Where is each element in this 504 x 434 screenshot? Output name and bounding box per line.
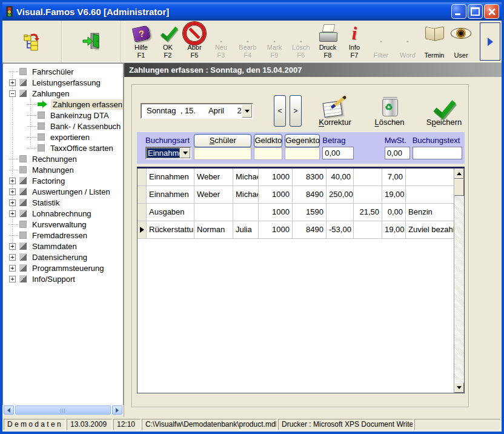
tree-item[interactable]: Programmsteuerung: [3, 262, 123, 273]
cell-betrag[interactable]: 250,00: [327, 186, 354, 203]
tree-item[interactable]: Info/Support: [3, 273, 123, 284]
geldkto-button[interactable]: Geldkto: [254, 134, 282, 147]
toolbar-button[interactable]: Bearb F4: [235, 23, 260, 61]
table-row[interactable]: Ausgaben 1000 1590 21,50 0,00 Benzin: [138, 204, 454, 221]
toolbar-button[interactable]: User: [448, 23, 474, 61]
tree-item[interactable]: Bank- / Kassenbuch: [3, 121, 123, 132]
cell-betrag-ausgabe[interactable]: [354, 221, 382, 238]
gegenkto-field[interactable]: [285, 147, 320, 160]
scrollbar-thumb[interactable]: [15, 406, 111, 415]
tree-expand-toggle[interactable]: [9, 243, 16, 250]
tree-item[interactable]: Datensicherung: [3, 252, 123, 262]
close-button[interactable]: [484, 4, 499, 19]
action-button[interactable]: Speichern: [418, 96, 470, 127]
tree-expand-toggle[interactable]: [9, 79, 16, 86]
cell-gegenkto[interactable]: 8300: [293, 169, 327, 185]
cell-nachname[interactable]: Weber: [194, 186, 233, 203]
cell-betrag[interactable]: -53,00: [327, 221, 354, 238]
tree-item[interactable]: Factoring: [3, 175, 123, 186]
table-row[interactable]: Einnahmen Weber Michael 1000 8300 40,00 …: [138, 169, 454, 186]
cell-buchungstext[interactable]: Zuviel bezahlt: [406, 221, 454, 238]
cell-gegenkto[interactable]: 8490: [293, 221, 327, 238]
toolbar-button[interactable]: Neu F3: [208, 23, 234, 61]
tree-expand-toggle[interactable]: [27, 101, 34, 108]
tree-item[interactable]: Fahrschüler: [3, 66, 123, 77]
cell-geldkto[interactable]: 1000: [259, 169, 293, 185]
cell-nachname[interactable]: Weber: [194, 169, 233, 185]
tree-item[interactable]: Zahlungen: [3, 88, 123, 99]
cell-buchungsart[interactable]: Einnahmen: [147, 186, 194, 203]
schueler-field[interactable]: [194, 147, 251, 160]
tree-expand-toggle[interactable]: [9, 232, 16, 239]
tree-expand-toggle[interactable]: [27, 134, 34, 141]
tree-item[interactable]: exportieren: [3, 132, 123, 142]
tree-expand-toggle[interactable]: [9, 199, 16, 206]
table-row[interactable]: Einnahmen Weber Michael 1000 8490 250,00…: [138, 186, 454, 204]
scroll-down-button[interactable]: [454, 382, 464, 393]
tree-item[interactable]: Fremdadressen: [3, 230, 123, 241]
tree-expand-toggle[interactable]: [9, 254, 16, 261]
maximize-button[interactable]: [468, 4, 483, 19]
cell-buchungsart[interactable]: Rückerstattung: [147, 221, 194, 238]
cell-vorname[interactable]: Julia: [233, 221, 259, 238]
schueler-button[interactable]: Schüler: [194, 134, 251, 147]
betrag-field[interactable]: [322, 147, 354, 159]
action-button[interactable]: Korrektur: [309, 96, 361, 127]
scroll-left-button[interactable]: [4, 406, 14, 415]
row-selector[interactable]: [138, 169, 147, 185]
cell-mwst[interactable]: 19,00: [382, 186, 406, 203]
tree-item[interactable]: Leistungserfassung: [3, 77, 123, 88]
cell-geldkto[interactable]: 1000: [259, 186, 293, 203]
action-button[interactable]: Löschen: [363, 96, 416, 127]
cell-geldkto[interactable]: 1000: [259, 204, 293, 221]
tree-expand-toggle[interactable]: [9, 90, 16, 97]
toolbar-button[interactable]: Termin: [422, 23, 447, 61]
cell-vorname[interactable]: Michael: [233, 169, 259, 185]
cell-nachname[interactable]: Norman: [194, 221, 233, 238]
toolbar-button[interactable]: Info F7: [342, 23, 367, 61]
buchungstext-field[interactable]: [413, 147, 462, 159]
buchungsart-select[interactable]: Einnahmen: [145, 147, 191, 159]
toolbar-button[interactable]: Hilfe F1: [128, 23, 154, 61]
date-picker[interactable]: Sonntag , 15. April 2007: [141, 103, 253, 119]
tree-item[interactable]: Mahnungen: [3, 164, 123, 175]
scroll-right-button[interactable]: [112, 406, 122, 415]
scrollbar-track[interactable]: [454, 196, 464, 382]
cell-mwst[interactable]: 0,00: [382, 204, 406, 221]
tree-item[interactable]: Auswertungen / Listen: [3, 186, 123, 197]
tree-expand-toggle[interactable]: [9, 210, 16, 217]
gegenkto-button[interactable]: Gegenkto: [285, 134, 320, 147]
cell-betrag[interactable]: [327, 204, 354, 221]
cell-mwst[interactable]: 19,00: [382, 221, 406, 238]
exit-button[interactable]: [62, 21, 121, 62]
toolbar-overflow-button[interactable]: [480, 22, 500, 61]
cell-vorname[interactable]: Michael: [233, 186, 259, 203]
tree-expand-toggle[interactable]: [27, 123, 34, 130]
next-day-button[interactable]: >: [290, 95, 302, 127]
cell-buchungsart[interactable]: Einnahmen: [147, 169, 194, 185]
toolbar-button[interactable]: Word: [395, 23, 420, 61]
tree-item[interactable]: Bankeinzug DTA: [3, 110, 123, 121]
tree-expand-toggle[interactable]: [9, 178, 16, 184]
row-selector[interactable]: [138, 221, 147, 238]
cell-vorname[interactable]: [233, 204, 259, 221]
tree-structure-button[interactable]: [2, 21, 62, 62]
toolbar-button[interactable]: Mark F9: [262, 23, 287, 61]
geldkto-field[interactable]: [254, 147, 282, 160]
cell-buchungstext[interactable]: [406, 186, 454, 203]
cell-nachname[interactable]: [194, 204, 233, 221]
tree-item[interactable]: Lohnabrechnung: [3, 208, 123, 219]
sidebar-horizontal-scrollbar[interactable]: [3, 405, 123, 415]
date-dropdown-button[interactable]: [242, 104, 252, 118]
cell-betrag[interactable]: 40,00: [327, 169, 354, 185]
table-row[interactable]: Rückerstattung Norman Julia 1000 8490 -5…: [138, 221, 454, 239]
toolbar-button[interactable]: Lösch F6: [288, 23, 314, 61]
tree-expand-toggle[interactable]: [9, 167, 16, 173]
tree-expand-toggle[interactable]: [9, 156, 16, 162]
buchungsart-dropdown-button[interactable]: [180, 148, 190, 158]
cell-mwst[interactable]: 7,00: [382, 169, 406, 185]
tree-item[interactable]: Zahlungen erfassen: [3, 99, 123, 110]
tree-expand-toggle[interactable]: [9, 68, 16, 75]
toolbar-button[interactable]: Filter: [368, 23, 394, 61]
cell-buchungstext[interactable]: [406, 169, 454, 185]
